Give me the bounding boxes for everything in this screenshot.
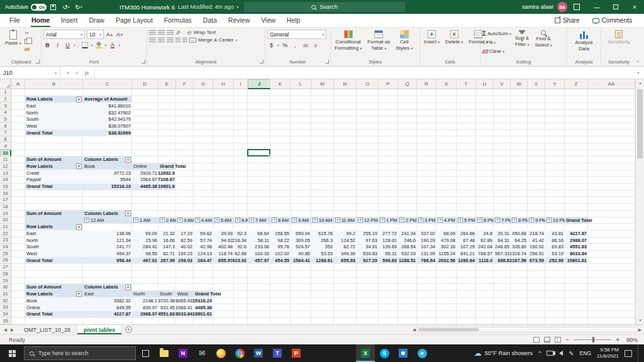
- cell-U25[interactable]: 788.57: [476, 250, 494, 257]
- filter-dropdown-icon[interactable]: ▾: [125, 157, 131, 163]
- cell-H23[interactable]: 94.62: [213, 237, 234, 244]
- decrease-decimal-button[interactable]: .0: [311, 41, 319, 50]
- sort-filter-button[interactable]: Sort & Filter ▾: [513, 30, 531, 48]
- format-painter-button[interactable]: [25, 46, 30, 53]
- cell-B19[interactable]: Sum of Amount: [25, 210, 83, 217]
- cell-C26[interactable]: 956.44: [83, 257, 132, 264]
- cell-K22[interactable]: 158.55: [270, 230, 291, 237]
- cell-N24[interactable]: 82.72: [334, 244, 357, 251]
- cell-C11[interactable]: Column Labels▾: [83, 156, 132, 163]
- row-header-23[interactable]: 23: [0, 237, 11, 244]
- cell-B2[interactable]: Row Labels▾: [25, 96, 83, 103]
- cell-R24[interactable]: 107.34: [417, 244, 436, 251]
- cell-F32[interactable]: 6065.43: [176, 297, 194, 304]
- cell-J23[interactable]: 58.11: [248, 237, 270, 244]
- cell-C15[interactable]: 15316.23: [83, 184, 132, 190]
- cell-E34[interactable]: 4551.83: [158, 311, 176, 318]
- spreadsheet-grid[interactable]: ABCDEFGHIJKLMNOPQRSTUVWXYZAA123456789101…: [0, 79, 635, 324]
- onenote-taskbar-icon[interactable]: [174, 344, 192, 362]
- cell-B6[interactable]: West: [25, 123, 83, 129]
- restore-button[interactable]: [606, 0, 625, 14]
- cell-H25[interactable]: 118.74: [213, 250, 234, 257]
- format-as-table-button[interactable]: Format as Table ▾: [365, 30, 392, 52]
- expand-icon[interactable]: +: [160, 217, 165, 222]
- column-header-D[interactable]: D: [132, 79, 158, 89]
- avatar[interactable]: SA: [557, 2, 567, 12]
- cell-M25[interactable]: 53.53: [311, 250, 334, 257]
- expand-icon[interactable]: +: [177, 217, 182, 222]
- cell-T26[interactable]: 1280.64: [457, 257, 476, 264]
- expand-icon[interactable]: +: [547, 217, 552, 222]
- column-header-E[interactable]: E: [158, 79, 176, 89]
- cell-Y25[interactable]: 53.19: [545, 250, 565, 257]
- cell-S20[interactable]: +4 PM: [436, 217, 457, 224]
- cell-E22[interactable]: 21.32: [158, 230, 176, 237]
- select-all-corner[interactable]: [0, 79, 11, 89]
- row-header-8[interactable]: 8: [0, 136, 11, 143]
- autosum-button[interactable]: ΣAutoSum ▾: [482, 30, 511, 38]
- alignment-dialog-launcher[interactable]: [260, 60, 264, 63]
- cell-X23[interactable]: 41.42: [528, 237, 545, 244]
- horizontal-scrollbar[interactable]: ◀ ▶: [410, 325, 644, 334]
- cell-B25[interactable]: West: [25, 250, 83, 257]
- column-header-C[interactable]: C: [83, 79, 132, 89]
- column-header-R[interactable]: R: [417, 79, 436, 89]
- align-middle-icon[interactable]: [158, 30, 165, 35]
- firefox-taskbar-icon[interactable]: [211, 344, 230, 362]
- cell-Q25[interactable]: 532.03: [398, 250, 417, 257]
- cell-C14[interactable]: 5544: [83, 177, 132, 184]
- cell-U24[interactable]: 242.04: [476, 244, 494, 251]
- file-explorer-taskbar-icon[interactable]: [155, 344, 174, 362]
- cell-F25[interactable]: 159.23: [176, 250, 194, 257]
- cell-S23[interactable]: 479.08: [436, 237, 457, 244]
- clear-button[interactable]: Clear ▾: [482, 47, 504, 55]
- analyze-data-button[interactable]: Analyze Data: [573, 30, 594, 52]
- cell-W25[interactable]: 1316.74: [511, 250, 528, 257]
- cell-C32[interactable]: 3382.32: [83, 297, 132, 304]
- cell-E12[interactable]: Grand Total: [158, 163, 176, 170]
- cell-B20[interactable]: [25, 217, 83, 224]
- cell-B14[interactable]: Paypal: [25, 177, 83, 184]
- cell-D26[interactable]: 497.01: [132, 257, 158, 264]
- expand-icon[interactable]: +: [133, 217, 138, 222]
- cell-X20[interactable]: +9 PM: [528, 217, 545, 224]
- row-header-32[interactable]: 32: [0, 297, 11, 304]
- row-header-35[interactable]: 35: [0, 317, 11, 324]
- sheet-nav-left-icon[interactable]: ◀: [4, 327, 7, 332]
- delete-button[interactable]: × Delete ▾: [443, 30, 465, 46]
- collapse-ribbon-icon[interactable]: ^: [636, 59, 639, 65]
- cell-B31[interactable]: Row Labels▾: [25, 291, 83, 298]
- cell-N23[interactable]: 124.52: [334, 237, 357, 244]
- find-select-button[interactable]: Find & Select ▾: [533, 30, 553, 48]
- column-header-S[interactable]: S: [436, 79, 457, 89]
- cell-O20[interactable]: +12 PM: [357, 217, 379, 224]
- cell-O26[interactable]: 927.29: [357, 257, 379, 264]
- cell-B15[interactable]: Grand Total: [25, 184, 83, 190]
- row-header-20[interactable]: 20: [0, 217, 11, 224]
- cell-I24[interactable]: 92.6: [234, 244, 248, 251]
- cell-H26[interactable]: 655.97: [213, 257, 234, 264]
- expand-icon[interactable]: +: [399, 217, 404, 222]
- row-header-22[interactable]: 22: [0, 230, 11, 237]
- cell-D15[interactable]: 4485.38: [132, 184, 158, 190]
- decrease-font-button[interactable]: A▼: [116, 30, 124, 39]
- cell-J26[interactable]: 457.97: [248, 257, 270, 264]
- comma-style-button[interactable]: ,: [291, 41, 299, 50]
- menu-tab-help[interactable]: Help: [281, 14, 306, 27]
- hidden-icons-icon[interactable]: ^: [538, 350, 541, 356]
- redo-button[interactable]: ↻▾: [73, 2, 84, 12]
- column-header-J[interactable]: J: [248, 79, 270, 89]
- cell-I23[interactable]: 216.34: [234, 237, 248, 244]
- fill-color-button[interactable]: [95, 41, 103, 50]
- cell-S25[interactable]: 1155.24: [436, 250, 457, 257]
- paste-button[interactable]: Paste ▾: [3, 30, 23, 47]
- expand-icon[interactable]: +: [380, 217, 385, 222]
- cell-T23[interactable]: 67.48: [457, 237, 476, 244]
- expand-icon[interactable]: +: [529, 217, 534, 222]
- cell-C3[interactable]: $41.86010: [83, 102, 132, 109]
- cell-P20[interactable]: +1 PM: [379, 217, 398, 224]
- cell-Q26[interactable]: 1288.51: [398, 257, 417, 264]
- cell-C30[interactable]: Column Labels▾: [83, 284, 132, 291]
- normal-view-icon[interactable]: [533, 337, 540, 343]
- cell-P26[interactable]: 598.63: [379, 257, 398, 264]
